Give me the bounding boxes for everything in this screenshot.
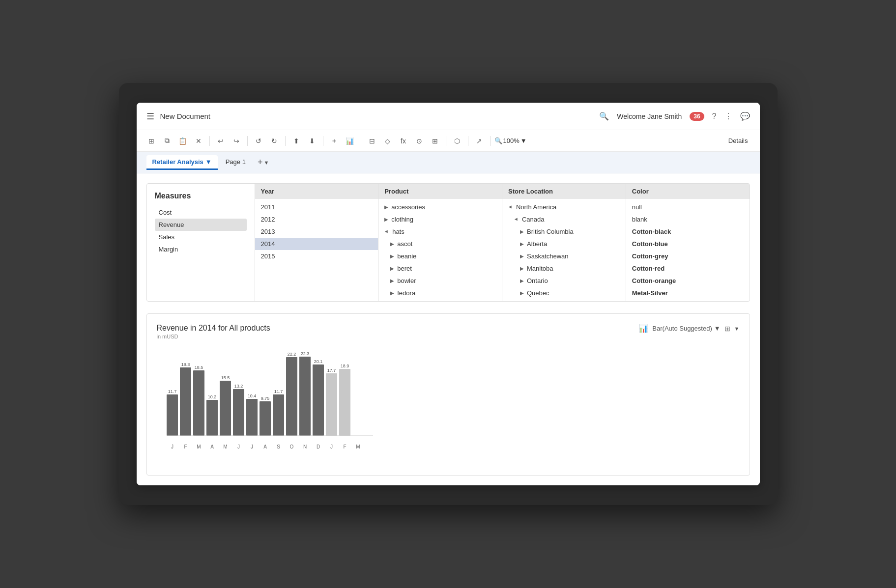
product-fedora[interactable]: ▶ fedora: [378, 287, 502, 299]
color-cotton-grey[interactable]: Cotton-grey: [626, 250, 750, 262]
color-cotton-blue[interactable]: Cotton-blue: [626, 238, 750, 250]
layout-btn[interactable]: ⊞: [428, 134, 442, 148]
save-btn[interactable]: ⊞: [145, 134, 158, 148]
tab-add-button[interactable]: + ▼: [254, 155, 273, 169]
expand-icon: ▶: [390, 278, 394, 283]
svg-text:J: J: [171, 444, 173, 449]
svg-rect-39: [339, 369, 350, 436]
store-north-america[interactable]: ▼ North America: [502, 201, 626, 213]
chart-subtitle: in mUSD: [157, 334, 270, 339]
device-frame: ☰ New Document 🔍 Welcome Jane Smith 36 ?…: [119, 83, 778, 505]
undo-btn[interactable]: ↩: [214, 134, 228, 148]
refresh2-btn[interactable]: ↻: [267, 134, 281, 148]
svg-text:18.5: 18.5: [194, 365, 203, 370]
zoom-control[interactable]: 🔍 100% ▼: [494, 137, 527, 144]
more-options-icon[interactable]: ⋮: [724, 112, 732, 121]
store-canada[interactable]: ▼ Canada: [502, 213, 626, 225]
product-ascot[interactable]: ▶ ascot: [378, 238, 502, 250]
year-2014[interactable]: 2014: [255, 238, 378, 250]
chart-type-button[interactable]: Bar(Auto Suggested) ▼: [652, 325, 720, 332]
svg-text:F: F: [184, 444, 187, 449]
hamburger-icon[interactable]: ☰: [146, 111, 154, 122]
product-beret[interactable]: ▶ beret: [378, 262, 502, 275]
measure-sales[interactable]: Sales: [155, 231, 247, 243]
svg-text:F: F: [343, 444, 346, 449]
product-beanie[interactable]: ▶ beanie: [378, 250, 502, 262]
chart-expand-button[interactable]: ⊞: [724, 325, 730, 333]
color-blank[interactable]: blank: [626, 213, 750, 225]
chart-section: Revenue in 2014 for All products in mUSD…: [146, 313, 750, 476]
product-hats-label: hats: [392, 228, 405, 235]
year-2013[interactable]: 2013: [255, 225, 378, 238]
svg-text:10.4: 10.4: [247, 393, 256, 398]
expand-icon: ▼: [514, 217, 519, 222]
svg-text:D: D: [316, 444, 319, 449]
store-panel-list: ▼ North America ▼ Canada ▶ British Colum…: [502, 199, 626, 301]
color-null[interactable]: null: [626, 201, 750, 213]
store-manitoba[interactable]: ▶ Manitoba: [502, 262, 626, 275]
chat-icon[interactable]: 💬: [740, 112, 750, 121]
measures-panel: Measures Cost Revenue Sales Margin: [147, 184, 255, 301]
year-2012[interactable]: 2012: [255, 213, 378, 225]
close-btn[interactable]: ✕: [192, 134, 205, 148]
svg-rect-9: [206, 400, 218, 436]
search-icon[interactable]: 🔍: [599, 112, 609, 121]
details-button[interactable]: Details: [724, 135, 752, 146]
copy-btn[interactable]: ⧉: [160, 134, 174, 148]
zoom-icon: 🔍: [494, 137, 502, 144]
export-btn[interactable]: ⬇: [305, 134, 319, 148]
measure-cost[interactable]: Cost: [155, 206, 247, 219]
expand-icon: ▼: [508, 205, 513, 210]
svg-text:17.7: 17.7: [327, 368, 336, 373]
product-clothing[interactable]: ▶ clothing: [378, 213, 502, 225]
measure-margin[interactable]: Margin: [155, 243, 247, 255]
target-btn[interactable]: ⊙: [412, 134, 426, 148]
svg-text:22.3: 22.3: [300, 351, 309, 356]
svg-text:M: M: [223, 444, 227, 449]
product-bowler[interactable]: ▶ bowler: [378, 275, 502, 287]
chart-header: Revenue in 2014 for All products in mUSD…: [157, 324, 740, 339]
store-alberta-label: Alberta: [527, 240, 547, 248]
app-window: ☰ New Document 🔍 Welcome Jane Smith 36 ?…: [137, 103, 760, 485]
product-accessories[interactable]: ▶ accessories: [378, 201, 502, 213]
measure-revenue[interactable]: Revenue: [155, 219, 247, 231]
svg-rect-12: [220, 381, 231, 436]
store-ontario[interactable]: ▶ Ontario: [502, 275, 626, 287]
toolbar-sep-2: [247, 136, 248, 146]
redo-btn[interactable]: ↪: [230, 134, 243, 148]
measures-title: Measures: [155, 192, 247, 200]
color-cotton-black[interactable]: Cotton-black: [626, 225, 750, 238]
tab-retailer-analysis[interactable]: Retailer Analysis ▼: [146, 155, 218, 170]
help-icon[interactable]: ?: [712, 112, 717, 121]
svg-rect-27: [286, 357, 297, 436]
tab-page1[interactable]: Page 1: [220, 155, 252, 170]
formula-btn[interactable]: fx: [397, 134, 410, 148]
arrow-btn[interactable]: ↗: [472, 134, 486, 148]
year-2015[interactable]: 2015: [255, 250, 378, 262]
paste-btn[interactable]: 📋: [176, 134, 190, 148]
store-sask[interactable]: ▶ Saskatchewan: [502, 250, 626, 262]
expand-icon: ▶: [384, 217, 388, 222]
notification-badge[interactable]: 36: [690, 112, 704, 121]
color-cotton-red[interactable]: Cotton-red: [626, 262, 750, 275]
year-panel-list: 2011 2012 2013 2014 2015: [255, 199, 378, 264]
add-btn[interactable]: ＋: [327, 134, 341, 148]
shape-btn[interactable]: ◇: [381, 134, 395, 148]
product-hats[interactable]: ▼ hats: [378, 225, 502, 238]
store-bc[interactable]: ▶ British Columbia: [502, 225, 626, 238]
expand-icon: ▶: [520, 266, 524, 271]
store-north-america-label: North America: [516, 203, 556, 211]
store-alberta[interactable]: ▶ Alberta: [502, 238, 626, 250]
year-2011[interactable]: 2011: [255, 201, 378, 213]
refresh-btn[interactable]: ↺: [252, 134, 265, 148]
chart-btn[interactable]: 📊: [343, 134, 357, 148]
color-metal-silver[interactable]: Metal-Silver: [626, 287, 750, 299]
import-btn[interactable]: ⬆: [289, 134, 303, 148]
store-quebec[interactable]: ▶ Quebec: [502, 287, 626, 299]
bar-chart-container: 11.7J19.3F18.5M10.2A15.5M13.2J10.4J9.75A…: [157, 347, 740, 465]
expand-icon: ▶: [520, 278, 524, 283]
color-cotton-orange[interactable]: Cotton-orange: [626, 275, 750, 287]
share-btn[interactable]: ⬡: [450, 134, 464, 148]
filter-btn[interactable]: ⊟: [365, 134, 379, 148]
svg-text:11.7: 11.7: [168, 389, 176, 394]
